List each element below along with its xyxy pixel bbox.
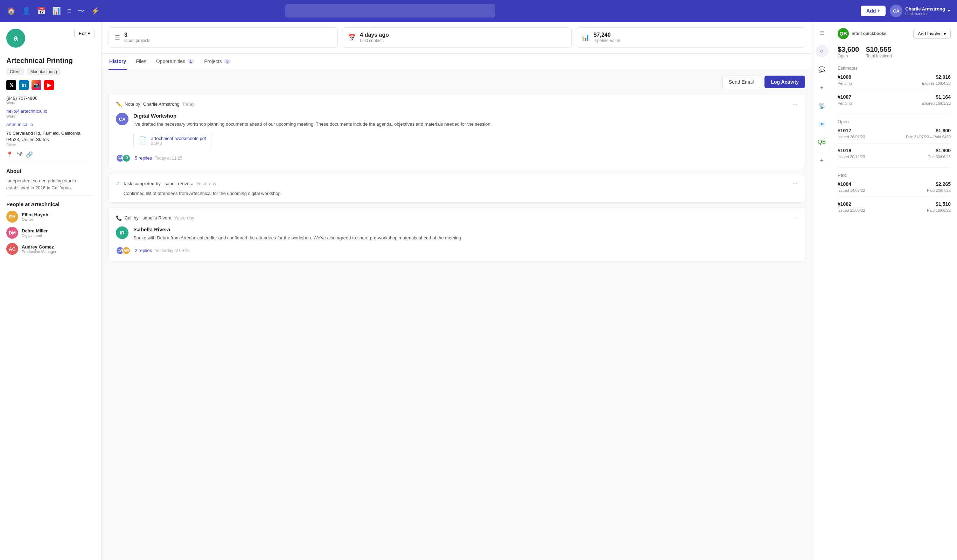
user-menu[interactable]: CA Charlie Armstrong Lookmark Inc ▾ <box>890 5 950 17</box>
tag-client: Client <box>6 68 24 75</box>
log-activity-button[interactable]: Log Activity <box>764 76 805 88</box>
edit-button[interactable]: Edit ▾ <box>74 29 95 38</box>
person-role-0: Owner <box>22 217 48 222</box>
twitter-icon[interactable]: 𝕏 <box>6 80 16 90</box>
task-more-button[interactable]: ··· <box>793 180 798 187</box>
right-panel-icons: ☰ ○ 💬 ✦ 📡 📧 QB + <box>812 22 831 560</box>
tab-files[interactable]: Files <box>135 54 147 69</box>
search-bar[interactable] <box>285 4 495 17</box>
person-name-1: Debra Miller <box>22 228 47 233</box>
tab-badge-opportunities: 1 <box>187 59 194 64</box>
calendar-icon[interactable]: 📅 <box>37 7 46 15</box>
note-text: I've drafted the necessary workshop plan… <box>133 121 491 128</box>
attachment[interactable]: 📄 artechnical_worksheets.pdf 2.1MB <box>133 132 212 149</box>
phone-number: (949) 707-4906 <box>6 96 95 101</box>
linkedin-icon[interactable]: in <box>19 80 29 90</box>
panel-chat-icon[interactable]: 💬 <box>816 63 828 76</box>
home-icon[interactable]: 🏠 <box>7 7 16 15</box>
stat-num-contact: 4 days ago <box>360 32 389 38</box>
youtube-icon[interactable]: ▶ <box>44 80 54 90</box>
check-icon: ✓ <box>116 181 120 186</box>
invoice-1004[interactable]: #1004 $2,265 Issued 14/07/22 Paid 20/07/… <box>838 181 951 197</box>
invoice-1002[interactable]: #1002 $1,510 Issued 23/05/22 Paid 16/06/… <box>838 201 951 217</box>
company-logo: a <box>6 29 25 47</box>
call-replies-count[interactable]: 2 replies <box>135 248 152 253</box>
email-item: hello@artechnical.io Work <box>6 108 95 118</box>
add-invoice-button[interactable]: Add Invoice ▾ <box>913 29 951 39</box>
qb-header: QB intuit quickbooks Add Invoice ▾ <box>838 28 951 39</box>
analytics-icon[interactable]: 📊 <box>52 7 61 15</box>
address-item: 70 Cleveland Rd, Fairfield, California, … <box>6 130 95 147</box>
stat-pipeline: 📊 $7,240 Pipeline Value <box>576 27 805 47</box>
task-header: ✓ Task completed by Isabella Rivera Yest… <box>116 180 798 187</box>
map-icon[interactable]: 🗺 <box>17 151 22 158</box>
panel-star-icon[interactable]: ✦ <box>816 81 828 94</box>
invoice-1007[interactable]: #1007 $1,164 Pending Expired 16/01/23 <box>838 94 951 110</box>
qb-logo-text: intuit quickbooks <box>852 31 886 36</box>
panel-signal-icon[interactable]: 📡 <box>816 99 828 112</box>
person-item[interactable]: AG Audrey Gomez Production Manager <box>6 243 95 255</box>
qb-total-invoiced: $10,555 Total Invoiced <box>866 46 892 58</box>
stat-label-projects: Open projects <box>124 38 150 43</box>
open-title: Open <box>838 119 951 124</box>
location-icon[interactable]: 📍 <box>6 151 13 158</box>
pipeline-stat-icon: 📊 <box>582 33 589 41</box>
tab-history[interactable]: History <box>109 54 127 69</box>
menu-icon[interactable]: ≡ <box>67 7 71 15</box>
call-reply-avatars: CA AW <box>116 246 128 255</box>
tab-projects[interactable]: Projects 3 <box>204 54 232 69</box>
panel-outlook-icon[interactable]: 📧 <box>816 118 828 130</box>
replies-count[interactable]: 5 replies <box>135 155 152 161</box>
phone-label: Work <box>6 101 95 105</box>
person-item[interactable]: DM Debra Miller Digital Lead <box>6 227 95 239</box>
activity-card-note: ✏️ Note by Charlie Armstrong Today ··· C… <box>109 94 805 169</box>
reply-avatar-ir: IR <box>122 154 131 162</box>
note-more-button[interactable]: ··· <box>793 101 798 108</box>
invoice-1009[interactable]: #1009 $2,016 Pending Expires 10/04/23 <box>838 74 951 90</box>
person-avatar-dm: DM <box>6 227 18 239</box>
action-icons-row: 📍 🗺 🔗 <box>6 151 95 158</box>
call-person-name: Isabella Rivera <box>133 226 463 232</box>
qb-logo-icon: QB <box>838 28 849 39</box>
about-text: Independent screen printing studio estab… <box>6 177 95 191</box>
activity-card-call: 📞 Call by Isabella Rivera Yesterday ··· … <box>109 208 805 262</box>
panel-add-icon[interactable]: + <box>820 157 824 165</box>
tabs-bar: History Files Opportunities 1 Projects 3 <box>101 54 812 70</box>
invoice-1018[interactable]: #1018 $1,800 Issued 30/12/23 Due 30/06/2… <box>838 148 951 163</box>
link-icon[interactable]: 🔗 <box>26 151 33 158</box>
contacts-icon[interactable]: 👤 <box>22 7 31 15</box>
paid-title: Paid <box>838 172 951 178</box>
projects-stat-icon: ☰ <box>114 33 120 41</box>
person-item[interactable]: EH Elliot Huynh Owner <box>6 211 95 222</box>
people-list: EH Elliot Huynh Owner DM Debra Miller Di… <box>6 211 95 255</box>
person-role-2: Production Manager <box>22 249 56 254</box>
call-reply-av-aw: AW <box>122 246 131 255</box>
activity-icon[interactable]: 〜 <box>78 6 85 16</box>
phone-item: (949) 707-4906 Work <box>6 96 95 105</box>
panel-list-icon[interactable]: ☰ <box>816 27 828 39</box>
stat-label-pipeline: Pipeline Value <box>594 38 620 43</box>
note-icon: ✏️ <box>116 101 122 107</box>
email-link[interactable]: hello@artechnical.io <box>6 109 47 114</box>
reply-avatars: CA IR <box>116 154 128 162</box>
activity-header: ✏️ Note by Charlie Armstrong Today ··· <box>116 101 798 108</box>
add-button[interactable]: Add + <box>861 6 886 16</box>
note-avatar: CA <box>116 113 128 125</box>
tab-badge-projects: 3 <box>224 59 231 64</box>
send-email-button[interactable]: Send Email <box>722 76 761 88</box>
person-name-2: Audrey Gomez <box>22 244 56 249</box>
invoice-1017[interactable]: #1017 $1,800 Issued 26/01/23 Due 31/07/2… <box>838 128 951 144</box>
stat-num-pipeline: $7,240 <box>594 32 620 38</box>
instagram-icon[interactable]: 📷 <box>32 80 41 90</box>
website-link[interactable]: artechnical.io <box>6 122 33 127</box>
call-more-button[interactable]: ··· <box>793 214 798 222</box>
replies-row: CA IR 5 replies Today at 11:25 <box>116 154 798 162</box>
social-icons: 𝕏 in 📷 ▶ <box>6 80 95 90</box>
tab-opportunities[interactable]: Opportunities 1 <box>155 54 195 69</box>
about-title: About <box>6 168 95 174</box>
stat-last-contact: 📅 4 days ago Last contact <box>342 27 571 47</box>
person-name-0: Elliot Huynh <box>22 212 48 217</box>
panel-check-icon[interactable]: ○ <box>816 45 828 57</box>
lightning-icon[interactable]: ⚡ <box>91 7 100 15</box>
panel-qb-icon[interactable]: QB <box>816 136 828 148</box>
